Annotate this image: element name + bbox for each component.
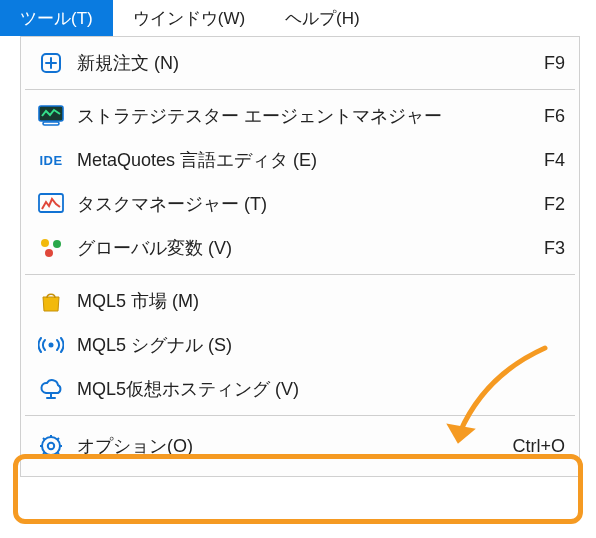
menu-shortcut-new-order: F9 [532,53,565,74]
svg-line-18 [43,438,45,440]
svg-point-8 [45,249,53,257]
svg-point-13 [48,443,54,449]
menu-shortcut-task-manager: F2 [532,194,565,215]
menubar-item-help[interactable]: ヘルプ(H) [265,0,380,36]
svg-point-7 [53,240,61,248]
menu-item-strategy-tester[interactable]: ストラテジテスター エージェントマネジャー F6 [21,94,579,138]
shopping-bag-icon [31,289,71,313]
menubar-label-window: ウインドウ(W) [133,7,245,30]
svg-line-20 [57,438,59,440]
menubar-label-tools: ツール(T) [20,7,93,30]
menu-item-new-order[interactable]: 新規注文 (N) F9 [21,41,579,85]
menu-label-new-order: 新規注文 (N) [71,54,532,72]
svg-point-9 [49,343,54,348]
menu-label-task-manager: タスクマネージャー (T) [71,195,532,213]
menu-label-mql5-market: MQL5 市場 (M) [71,292,565,310]
task-manager-icon [31,193,71,215]
menu-label-global-vars: グローバル変数 (V) [71,239,532,257]
menu-item-mql5-market[interactable]: MQL5 市場 (M) [21,279,579,323]
svg-point-6 [41,239,49,247]
menu-label-strategy-tester: ストラテジテスター エージェントマネジャー [71,107,532,125]
svg-line-19 [57,452,59,454]
ide-icon-text: IDE [39,153,62,168]
menubar-item-tools[interactable]: ツール(T) [0,0,113,36]
menu-separator [25,274,575,275]
cloud-icon [31,378,71,400]
menu-label-mql5-vps: MQL5仮想ホスティング (V) [71,380,565,398]
svg-rect-4 [43,122,59,125]
ide-icon: IDE [31,153,71,168]
menu-shortcut-strategy-tester: F6 [532,106,565,127]
menubar-item-window[interactable]: ウインドウ(W) [113,0,265,36]
svg-line-21 [43,452,45,454]
menu-label-metaeditor: MetaQuotes 言語エディタ (E) [71,151,532,169]
menu-item-task-manager[interactable]: タスクマネージャー (T) F2 [21,182,579,226]
tools-dropdown: 新規注文 (N) F9 ストラテジテスター エージェントマネジャー F6 IDE… [20,36,580,477]
menubar: ツール(T) ウインドウ(W) ヘルプ(H) [0,0,596,36]
menu-shortcut-metaeditor: F4 [532,150,565,171]
strategy-tester-icon [31,105,71,127]
global-vars-icon [31,237,71,259]
menu-item-mql5-vps[interactable]: MQL5仮想ホスティング (V) [21,367,579,411]
menu-separator [25,415,575,416]
signal-icon [31,337,71,353]
menu-shortcut-global-vars: F3 [532,238,565,259]
menu-item-global-vars[interactable]: グローバル変数 (V) F3 [21,226,579,270]
menubar-label-help: ヘルプ(H) [285,7,360,30]
menu-shortcut-options: Ctrl+O [500,436,565,457]
gear-icon [31,434,71,458]
menu-label-mql5-signals: MQL5 シグナル (S) [71,336,565,354]
menu-item-metaeditor[interactable]: IDE MetaQuotes 言語エディタ (E) F4 [21,138,579,182]
menu-separator [25,89,575,90]
new-order-icon [31,51,71,75]
menu-item-options[interactable]: オプション(O) Ctrl+O [21,420,579,472]
menu-item-mql5-signals[interactable]: MQL5 シグナル (S) [21,323,579,367]
menu-label-options: オプション(O) [71,437,500,455]
